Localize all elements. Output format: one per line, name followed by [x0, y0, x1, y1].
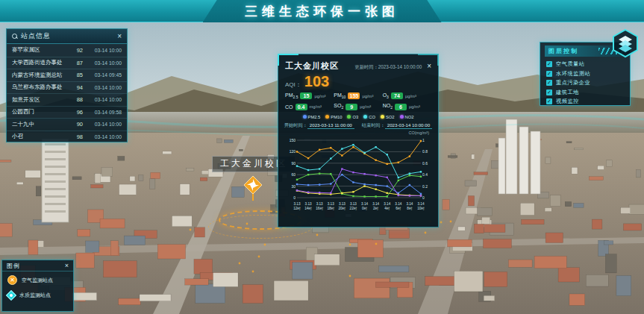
pollutant-value-badge: 9: [346, 104, 357, 110]
list-item[interactable]: 内蒙古环境监测总站8503-14 09:45: [7, 69, 127, 81]
popup-update-time: 更新时间：2023-03-14 10:00:00: [354, 64, 422, 71]
legend-series-label: CO: [369, 115, 375, 119]
pollutant-name: O3: [383, 92, 389, 99]
station-name: 大学西路街道办事处: [12, 59, 69, 66]
close-icon[interactable]: ×: [117, 33, 122, 40]
list-item[interactable]: 公园西门9603-14 09:58: [7, 106, 127, 119]
svg-text:3.1314时: 3.1314时: [304, 202, 312, 210]
station-aqi-value: 92: [69, 47, 83, 54]
station-aqi-value: 98: [69, 134, 83, 140]
chart-legend-item[interactable]: O3: [347, 115, 358, 119]
svg-text:0: 0: [422, 195, 425, 200]
station-name: 小召: [12, 133, 69, 140]
layers-hexagon-button[interactable]: [611, 28, 640, 58]
start-time-group: 开始时间：2023-03-13 11:00:00: [284, 122, 354, 129]
legend-list: ✕空气监测站点水质监测站点: [2, 271, 73, 303]
legend-dot-icon: [347, 115, 351, 119]
chart-legend-item[interactable]: CO: [363, 115, 375, 119]
svg-text:120: 120: [290, 149, 296, 154]
layer-item-label: 建筑工地: [556, 89, 579, 96]
list-item[interactable]: 乌兰察布东路办事处9403-14 10:00: [7, 81, 127, 94]
station-aqi-value: 94: [69, 84, 83, 91]
svg-text:3.144时: 3.144时: [384, 202, 390, 210]
station-update-time: 03-14 10:00: [83, 60, 122, 66]
svg-text:3.1312时: 3.1312时: [293, 202, 301, 210]
layer-item[interactable]: ✓建筑工地: [546, 88, 624, 98]
legend-item: ✕空气监测站点: [7, 275, 68, 285]
list-item[interactable]: 如意开发区8803-14 10:00: [7, 93, 127, 106]
pollutant-value-badge: 15: [300, 92, 312, 99]
aqi-value: 103: [304, 73, 329, 90]
checkbox-checked-icon[interactable]: ✓: [546, 90, 552, 95]
layer-list: ✓空气质量站✓水环境监测站✓重点污染企业✓建筑工地✓视频监控: [540, 58, 630, 108]
station-aqi-value: 88: [69, 96, 83, 103]
legend-dot-icon: [381, 115, 384, 119]
checkbox-checked-icon[interactable]: ✓: [546, 61, 552, 67]
svg-text:0.6: 0.6: [422, 161, 428, 166]
layer-item-label: 重点污染企业: [556, 79, 590, 87]
chart-time-range: 开始时间：2023-03-13 11:00:00 结束时间：2023-03-14…: [278, 121, 438, 131]
pollutant-unit: μg/m³: [314, 94, 325, 98]
svg-text:3.140时: 3.140时: [361, 202, 368, 210]
close-icon[interactable]: ×: [427, 63, 431, 70]
list-item[interactable]: 赛罕家属区9203-14 10:00: [7, 44, 127, 57]
air-station-marker[interactable]: [242, 175, 264, 207]
checkbox-checked-icon[interactable]: ✓: [546, 80, 552, 86]
station-aqi-value: 96: [69, 109, 83, 116]
list-item[interactable]: 二十九中9003-14 10:00: [7, 118, 127, 131]
chart-legend-item[interactable]: PM10: [325, 115, 342, 119]
chart-legend-item[interactable]: NO2: [400, 115, 414, 119]
layer-item[interactable]: ✓水环境监测站: [546, 69, 624, 79]
pollutant-unit: mg/m³: [310, 104, 322, 109]
station-update-time: 03-14 10:00: [83, 134, 122, 139]
legend-series-label: SO2: [386, 115, 395, 119]
station-name: 二十九中: [12, 121, 69, 128]
layer-item[interactable]: ✓空气质量站: [546, 60, 624, 69]
update-time-label: 更新时间：: [354, 64, 378, 69]
list-item[interactable]: 小召9803-14 10:00: [7, 131, 127, 143]
station-name: 内蒙古环境监测总站: [12, 72, 69, 79]
station-update-time: 03-14 10:00: [83, 97, 122, 102]
station-update-time: 03-14 09:58: [83, 110, 122, 115]
layer-item[interactable]: ✓视频监控: [546, 97, 624, 107]
page-title: 三维生态环保一张图: [245, 3, 399, 20]
start-time-label: 开始时间：: [284, 122, 307, 128]
svg-text:60: 60: [291, 172, 296, 177]
pollutant-grid: PM2.515μg/m³PM10155μg/m³O374μg/m³CO0.4mg…: [278, 90, 438, 112]
pollutant-unit: μg/m³: [362, 94, 373, 98]
checkbox-checked-icon[interactable]: ✓: [546, 98, 552, 104]
pollutant-reading: PM2.515μg/m³: [285, 92, 334, 99]
map-legend-panel: 图例 × ✕空气监测站点水质监测站点: [1, 260, 74, 312]
water-station-marker-icon: [6, 290, 16, 301]
station-update-time: 03-14 10:00: [83, 122, 122, 127]
checkbox-checked-icon[interactable]: ✓: [546, 71, 552, 77]
pollutant-reading: NO26μg/m³: [383, 103, 431, 110]
chart-legend-item[interactable]: SO2: [381, 115, 395, 119]
svg-text:1: 1: [422, 138, 425, 142]
layer-item[interactable]: ✓重点污染企业: [546, 78, 624, 88]
pollutant-value-badge: 0.4: [296, 104, 307, 110]
station-name: 公园西门: [12, 108, 69, 116]
close-icon[interactable]: ×: [65, 262, 69, 269]
station-name: 乌兰察布东路办事处: [12, 84, 69, 91]
svg-text:30: 30: [291, 183, 296, 188]
svg-text:3.142时: 3.142时: [372, 202, 379, 210]
svg-text:90: 90: [291, 161, 296, 166]
chart-legend-item[interactable]: PM2.5: [303, 115, 321, 119]
end-time-input[interactable]: 2023-03-14 10:00:00: [385, 122, 432, 129]
search-icon[interactable]: [12, 34, 18, 40]
legend-series-label: PM10: [331, 115, 342, 119]
update-time-value: 2023-03-14 10:00:00: [378, 64, 422, 69]
layer-item-label: 水环境监测站: [556, 70, 590, 78]
title-banner: 三维生态环保一张图: [203, 0, 442, 22]
start-time-input[interactable]: 2023-03-13 11:00:00: [307, 122, 354, 129]
list-item[interactable]: 大学西路街道办事处8703-14 10:00: [7, 57, 127, 69]
legend-dot-icon: [400, 115, 404, 119]
svg-text:3.1318时: 3.1318时: [327, 202, 334, 210]
station-update-time: 03-14 10:00: [83, 48, 122, 53]
pollutant-unit: μg/m³: [409, 104, 420, 109]
app-root: 三维生态环保一张图 站点信息 × 赛罕家属区9203-14 10:00大学西路街…: [0, 0, 644, 314]
station-list: 赛罕家属区9203-14 10:00大学西路街道办事处8703-14 10:00…: [7, 44, 127, 142]
pollutant-unit: μg/m³: [405, 94, 416, 98]
pollutant-value-badge: 74: [391, 92, 403, 99]
